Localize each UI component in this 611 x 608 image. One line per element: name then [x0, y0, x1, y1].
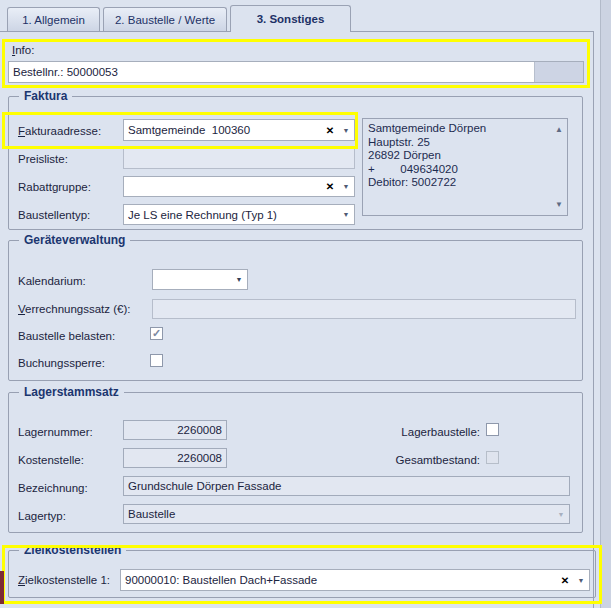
- address-line: Debitor: 5002722: [368, 176, 549, 190]
- rabattgruppe-label: Rabattgruppe:: [18, 181, 91, 193]
- window-right-strip: [600, 0, 611, 608]
- baustelle-belasten-checkbox[interactable]: ✓: [150, 327, 163, 340]
- baustellentyp-combo[interactable]: Je LS eine Rechnung (Typ 1) ▼: [123, 204, 355, 225]
- preisliste-label: Preisliste:: [18, 153, 68, 165]
- tab-sonstiges[interactable]: 3. Sonstiges: [230, 5, 351, 32]
- baustellentyp-label: Baustellentyp:: [18, 209, 90, 221]
- address-line: 26892 Dörpen: [368, 149, 549, 163]
- lagerbaustelle-checkbox[interactable]: [486, 423, 499, 436]
- dropdown-arrow-icon[interactable]: ▼: [573, 577, 589, 584]
- info-input[interactable]: Bestellnr.: 50000053: [8, 61, 584, 83]
- bezeichnung-value: Grundschule Dörpen Fassade: [124, 480, 569, 492]
- group-zielkostenstellen-title: Zielkostenstellen: [19, 543, 126, 557]
- verrechnungssatz-label: Verrechnungssatz (€):: [18, 303, 131, 315]
- group-lagerstammsatz-title: Lagerstammsatz: [19, 385, 124, 399]
- lagertyp-combo: Baustelle ▼: [123, 504, 570, 524]
- page-right-border: [593, 31, 594, 608]
- bezeichnung-label: Bezeichnung:: [18, 482, 88, 494]
- baustelle-belasten-label: Baustelle belasten:: [18, 330, 115, 342]
- bezeichnung-input: Grundschule Dörpen Fassade: [123, 476, 570, 496]
- lagertyp-value: Baustelle: [124, 508, 553, 520]
- zielkostenstelle1-label: Zielkostenstelle 1:: [18, 574, 110, 586]
- scroll-up-icon[interactable]: ▲: [555, 123, 563, 137]
- preisliste-input: [123, 148, 355, 169]
- group-geraeteverwaltung-title: Geräteverwaltung: [19, 233, 130, 247]
- dropdown-arrow-icon: ▼: [553, 511, 569, 518]
- verrechnungssatz-input: [152, 299, 576, 319]
- left-edge-marker: [0, 571, 4, 604]
- address-line: Samtgemeinde Dörpen: [368, 122, 549, 136]
- app-window: 1. Allgemein 2. Baustelle / Werte 3. Son…: [0, 0, 611, 608]
- baustellentyp-value: Je LS eine Rechnung (Typ 1): [124, 209, 338, 221]
- kostenstelle-value: 2260008: [124, 452, 226, 464]
- kostenstelle-label: Kostenstelle:: [18, 454, 84, 466]
- gesamtbestand-checkbox: [486, 451, 499, 464]
- lagernummer-input: 2260008: [123, 420, 227, 440]
- address-line: + 049634020: [368, 163, 549, 177]
- tab-allgemein[interactable]: 1. Allgemein: [7, 7, 100, 31]
- dropdown-arrow-icon[interactable]: ▼: [338, 183, 354, 190]
- buchungssperre-checkbox[interactable]: [150, 354, 163, 367]
- scroll-down-icon[interactable]: ▼: [555, 198, 563, 212]
- kalendarium-combo[interactable]: ▼: [152, 269, 248, 290]
- address-line: Hauptstr. 25: [368, 136, 549, 150]
- clear-icon[interactable]: ✕: [322, 181, 338, 192]
- lagertyp-label: Lagertyp:: [18, 510, 66, 522]
- checkmark-icon: ✓: [152, 327, 161, 339]
- rabattgruppe-combo[interactable]: ✕ ▼: [123, 176, 355, 197]
- info-value: Bestellnr.: 50000053: [9, 66, 534, 78]
- fakturaadresse-value: Samtgemeinde 100360: [124, 124, 322, 136]
- tab-label: 1. Allgemein: [22, 14, 85, 26]
- clear-icon[interactable]: ✕: [322, 125, 338, 136]
- info-label: Info:: [12, 44, 34, 56]
- buchungssperre-label: Buchungssperre:: [18, 357, 105, 369]
- kalendarium-label: Kalendarium:: [18, 275, 86, 287]
- tab-baustelle-werte[interactable]: 2. Baustelle / Werte: [103, 7, 227, 31]
- dropdown-arrow-icon[interactable]: ▼: [338, 211, 354, 218]
- zielkostenstelle1-value: 90000010: Baustellen Dach+Fassade: [121, 574, 557, 586]
- gesamtbestand-label: Gesamtbestand:: [378, 454, 480, 466]
- fakturaadresse-combo[interactable]: Samtgemeinde 100360 ✕ ▼: [123, 119, 355, 141]
- dropdown-arrow-icon[interactable]: ▼: [338, 127, 354, 134]
- zielkostenstelle1-combo[interactable]: 90000010: Baustellen Dach+Fassade ✕ ▼: [120, 569, 590, 591]
- tab-label: 2. Baustelle / Werte: [115, 14, 215, 26]
- lagerbaustelle-label: Lagerbaustelle:: [378, 426, 480, 438]
- kostenstelle-input: 2260008: [123, 448, 227, 468]
- lagernummer-value: 2260008: [124, 424, 226, 436]
- lagernummer-label: Lagernummer:: [18, 426, 93, 438]
- group-faktura-title: Faktura: [19, 89, 72, 103]
- clear-icon[interactable]: ✕: [557, 575, 573, 586]
- faktura-address-panel: Samtgemeinde Dörpen Hauptstr. 25 26892 D…: [362, 118, 568, 216]
- tab-label: 3. Sonstiges: [257, 13, 325, 25]
- info-side-button[interactable]: [534, 62, 583, 82]
- fakturaadresse-label: Fakturaadresse:: [18, 125, 101, 137]
- dropdown-arrow-icon[interactable]: ▼: [231, 276, 247, 283]
